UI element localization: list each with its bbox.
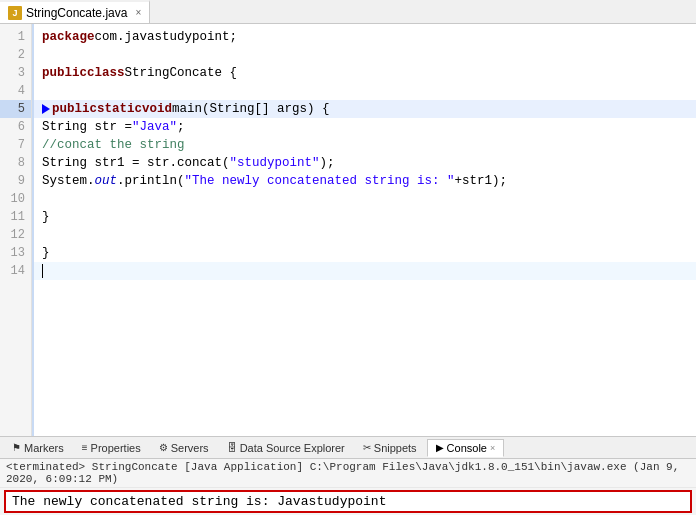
bottom-tab-icon: 🗄 (227, 442, 237, 453)
bottom-tab-icon: ✂ (363, 442, 371, 453)
token: package (42, 28, 95, 46)
bottom-tab-servers[interactable]: ⚙Servers (151, 440, 217, 456)
token: void (142, 100, 172, 118)
token: "Java" (132, 118, 177, 136)
line-number: 2 (0, 46, 31, 64)
console-output: The newly concatenated string is: Javast… (4, 490, 692, 513)
bottom-tab-label: Servers (171, 442, 209, 454)
code-line (34, 262, 696, 280)
bottom-tab-label: Data Source Explorer (240, 442, 345, 454)
token: } (42, 244, 50, 262)
token: StringConcate { (125, 64, 238, 82)
line-number: 11 (0, 208, 31, 226)
line-number: 8 (0, 154, 31, 172)
token: ; (177, 118, 185, 136)
bottom-tab-bar: ⚑Markers≡Properties⚙Servers🗄Data Source … (0, 437, 696, 459)
token: "The newly concatenated string is: " (185, 172, 455, 190)
tab-close-button[interactable]: × (135, 7, 141, 18)
code-line (34, 82, 696, 100)
tab-filename: StringConcate.java (26, 6, 127, 20)
bottom-tab-icon: ⚑ (12, 442, 21, 453)
code-line: package com.javastudypoint; (34, 28, 696, 46)
code-line: public class StringConcate { (34, 64, 696, 82)
token: ); (320, 154, 335, 172)
bottom-tab-properties[interactable]: ≡Properties (74, 440, 149, 456)
token: main(String[] args) { (172, 100, 330, 118)
bottom-tab-icon: ▶ (436, 442, 444, 453)
editor-tab[interactable]: J StringConcate.java × (0, 0, 150, 23)
token: class (87, 64, 125, 82)
token: public (42, 64, 87, 82)
bottom-panel: ⚑Markers≡Properties⚙Servers🗄Data Source … (0, 436, 696, 515)
token: String str1 = str.concat( (42, 154, 230, 172)
tab-bar: J StringConcate.java × (0, 0, 696, 24)
bottom-tab-label: Console (447, 442, 487, 454)
token: +str1); (455, 172, 508, 190)
line-number: 10 (0, 190, 31, 208)
bottom-tab-label: Properties (91, 442, 141, 454)
code-editor[interactable]: package com.javastudypoint;public class … (34, 24, 696, 436)
console-path: <terminated> StringConcate [Java Applica… (0, 459, 696, 488)
token: //concat the string (42, 136, 185, 154)
code-line: System.out.println("The newly concatenat… (34, 172, 696, 190)
line-number: 1 (0, 28, 31, 46)
bottom-tab-snippets[interactable]: ✂Snippets (355, 440, 425, 456)
code-line: String str = "Java"; (34, 118, 696, 136)
token: com.javastudypoint; (95, 28, 238, 46)
editor-area: 1234567891011121314 package com.javastud… (0, 24, 696, 436)
line-number: 7 (0, 136, 31, 154)
line-number: 13 (0, 244, 31, 262)
line-number: 4 (0, 82, 31, 100)
breakpoint-arrow (42, 104, 50, 114)
code-line (34, 46, 696, 64)
bottom-tab-icon: ≡ (82, 442, 88, 453)
token: out (95, 172, 118, 190)
line-number: 12 (0, 226, 31, 244)
line-numbers: 1234567891011121314 (0, 24, 32, 436)
token: System. (42, 172, 95, 190)
line-number: 5 (0, 100, 31, 118)
bottom-tab-label: Markers (24, 442, 64, 454)
code-line: } (34, 244, 696, 262)
line-number: 3 (0, 64, 31, 82)
code-line: public static void main(String[] args) { (34, 100, 696, 118)
line-number: 9 (0, 172, 31, 190)
code-line: } (34, 208, 696, 226)
token: "studypoint" (230, 154, 320, 172)
bottom-tab-close[interactable]: × (490, 443, 495, 453)
bottom-tab-markers[interactable]: ⚑Markers (4, 440, 72, 456)
line-number: 6 (0, 118, 31, 136)
bottom-tab-icon: ⚙ (159, 442, 168, 453)
token: .println( (117, 172, 185, 190)
code-line (34, 190, 696, 208)
code-line (34, 226, 696, 244)
token: public (52, 100, 97, 118)
code-line: String str1 = str.concat("studypoint"); (34, 154, 696, 172)
token: static (97, 100, 142, 118)
text-cursor (42, 264, 43, 278)
code-line: //concat the string (34, 136, 696, 154)
bottom-tab-data-source-explorer[interactable]: 🗄Data Source Explorer (219, 440, 353, 456)
line-number: 14 (0, 262, 31, 280)
bottom-tab-console[interactable]: ▶Console× (427, 439, 505, 457)
token: String str = (42, 118, 132, 136)
java-file-icon: J (8, 6, 22, 20)
bottom-tab-label: Snippets (374, 442, 417, 454)
token: } (42, 208, 50, 226)
